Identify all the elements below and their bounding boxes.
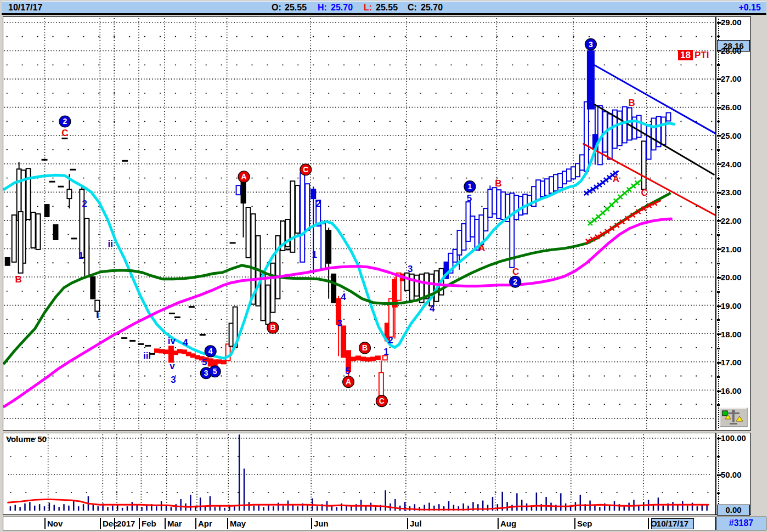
grid-layer [4,18,715,429]
price-axis-label: 19.00 [721,301,742,310]
price-axis-minor-tick [717,93,720,94]
date-axis-label-nov: Nov [47,519,63,528]
svg-text:4: 4 [183,337,188,348]
volume-zero-badge: 0.00 [717,505,750,516]
price-axis-tick [717,277,721,279]
price-dash-marks [42,138,442,355]
svg-text:4: 4 [430,303,435,314]
price-axis-label: 29.00 [721,18,742,27]
price-axis-label: 26.00 [721,103,742,112]
svg-text:C: C [641,188,648,198]
price-axis-tick [717,362,721,364]
svg-text:3: 3 [408,264,413,274]
quote-bar: 10/17/17 O: 25.55 H: 25.70 L: 25.55 C: 2… [2,1,766,15]
volume-pane[interactable] [3,433,716,515]
quote-date: 10/17/17 [8,2,42,13]
svg-text:C: C [61,128,68,138]
svg-text:1: 1 [78,251,83,261]
price-axis-minor-tick [717,206,720,208]
svg-text:5: 5 [345,366,350,376]
price-axis-tick [717,163,721,165]
price-chart-pane[interactable]: 2435ACBBAC123CB21iiiiiiiv4v532143512345A… [3,16,716,431]
date-axis-tick [227,518,228,529]
svg-text:iv: iv [168,336,176,346]
date-axis-tick [114,518,115,529]
pti-value: 18 [678,50,693,60]
price-axis-minor-tick [717,319,720,321]
volume-axis-minor-tick [717,456,720,457]
current-date-badge: 10/17/17 [651,518,694,529]
svg-text:A: A [613,174,619,184]
date-axis-label-jul: Jul [410,519,422,528]
svg-text:5: 5 [213,367,217,376]
price-axis-label: 25.00 [721,131,742,140]
high-value: 25.70 [331,2,353,13]
net-change: +0.15 [739,2,761,13]
price-axis-tick [717,248,721,250]
svg-text:B: B [495,178,501,189]
date-axis-tick [311,518,312,529]
price-axis-label: 24.00 [721,160,742,169]
date-axis-tick [100,518,101,529]
date-axis-tick [574,518,575,529]
price-axis-tick [717,50,721,52]
svg-text:A: A [241,172,247,181]
price-axis-label: 22.00 [721,216,742,225]
price-axis-tick [717,333,721,335]
svg-text:A: A [478,243,485,253]
svg-text:2: 2 [63,117,67,126]
svg-text:3: 3 [589,40,593,49]
open-value: 25.55 [285,2,307,13]
price-axis[interactable]: 28.16 29.0028.0027.0026.0025.0024.0023.0… [716,16,751,431]
price-axis-label: 18.00 [721,330,742,339]
price-axis-label: 27.00 [721,74,742,83]
price-axis-tick [717,390,721,392]
price-axis-label: 28.00 [721,46,742,55]
close-value: 25.70 [421,2,443,13]
svg-text:5: 5 [202,357,207,367]
date-axis-tick [139,518,140,529]
price-axis-minor-tick [717,121,720,122]
pti-label: PTI [694,50,709,60]
pti-indicator: 18PTI [678,50,709,61]
svg-text:1: 1 [312,250,317,260]
svg-text:B: B [629,98,635,108]
issue-number: #3187 [716,517,766,530]
date-axis-tick [165,518,166,529]
svg-text:3: 3 [171,375,176,385]
svg-text:B: B [362,343,368,352]
price-axis-label: 16.00 [721,386,742,395]
svg-text:3: 3 [337,319,342,329]
svg-text:C: C [303,165,308,174]
price-axis-tick [717,78,721,80]
date-axis-label-o: O [651,519,657,528]
high-label: H: [318,2,327,13]
svg-text:2: 2 [315,199,320,209]
volume-axis-tick [717,438,721,439]
date-axis-label-may: May [230,519,246,528]
volume-axis-label: 50.00 [721,470,742,479]
svg-text:A: A [346,377,351,386]
price-axis-minor-tick [717,263,720,264]
price-axis-minor-tick [717,149,720,151]
open-label: O: [272,2,281,13]
volume-axis[interactable]: 0.00 100.0050.00 [716,433,751,515]
price-axis-label: 17.00 [721,358,742,367]
svg-text:B: B [15,274,22,285]
date-axis-tick [195,518,196,529]
scale-mode-button[interactable] [719,408,748,427]
close-label: C: [408,2,417,13]
svg-text:B: B [270,323,275,332]
price-axis-label: 20.00 [721,273,742,282]
date-axis-label-2017: 2017 [117,519,135,528]
date-axis-label-feb: Feb [142,519,156,528]
svg-text:2: 2 [513,278,517,286]
price-axis-minor-tick [717,376,720,378]
svg-text:3: 3 [204,369,208,377]
date-axis[interactable]: 10/17/17 NovDec2017FebMarAprMayJunJulAug… [3,517,716,530]
price-axis-minor-tick [717,348,720,349]
low-label: L: [364,2,372,13]
price-axis-tick [717,22,721,24]
svg-text:2: 2 [388,335,393,346]
price-axis-label: 21.00 [721,245,742,254]
